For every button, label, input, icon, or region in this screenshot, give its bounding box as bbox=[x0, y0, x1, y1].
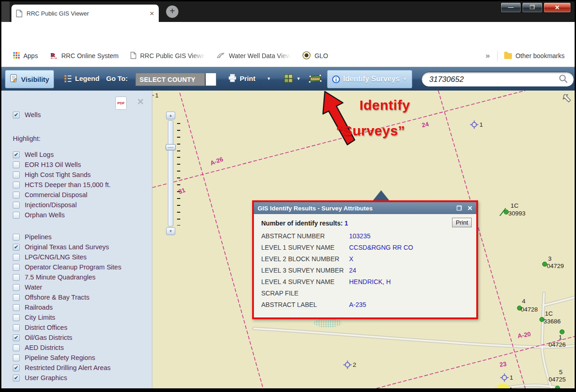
layer-row: HCTS Deeper than 15,000 ft. bbox=[13, 180, 121, 190]
attribute-row: LEVEL 1 SURVEY NAMECCSD&RGNG RR CO bbox=[261, 242, 471, 253]
well-number-label: 1 bbox=[510, 374, 513, 381]
basemap-gallery-icon[interactable] bbox=[284, 74, 293, 85]
well-number-label: 1 bbox=[559, 334, 562, 341]
layer-row: ✔Oil/Gas Districts bbox=[13, 333, 121, 343]
layer-label: 7.5 Minute Quadrangles bbox=[25, 274, 96, 281]
tab-close-icon[interactable]: × bbox=[150, 10, 154, 17]
info-icon: i bbox=[332, 75, 340, 83]
sidebar-section-label: Highlight: bbox=[13, 135, 40, 142]
new-tab-plus: + bbox=[170, 6, 175, 16]
layer-checkbox[interactable] bbox=[13, 284, 20, 291]
dialog-titlebar[interactable]: GIS Identify Results - Survey Attributes… bbox=[254, 202, 476, 214]
map-corner-arrow-icon[interactable] bbox=[563, 93, 573, 105]
layer-checkbox[interactable] bbox=[13, 354, 20, 361]
identify-results-dialog: GIS Identify Results - Survey Attributes… bbox=[252, 200, 478, 319]
layer-checkbox[interactable] bbox=[13, 234, 20, 241]
well-symbol[interactable]: 2 bbox=[343, 360, 352, 371]
window-close-button[interactable]: ✕ bbox=[544, 2, 571, 13]
well-symbol[interactable]: 1 bbox=[152, 91, 154, 102]
layer-checkbox[interactable] bbox=[13, 344, 20, 351]
print-button[interactable]: Print bbox=[240, 75, 255, 82]
window-titlebar: RRC Public GIS Viewer × + — ❐ ✕ bbox=[1, 1, 575, 22]
layer-checkbox[interactable] bbox=[13, 294, 20, 301]
layer-checkbox[interactable]: ✔ bbox=[13, 375, 20, 381]
layer-checkbox[interactable]: ✔ bbox=[13, 334, 20, 341]
zoom-slider-handle[interactable] bbox=[166, 144, 176, 150]
county-select[interactable]: SELECT COUNTY bbox=[135, 73, 205, 86]
svg-text:R: R bbox=[50, 52, 55, 58]
layer-checkbox[interactable] bbox=[13, 324, 20, 331]
legend-button[interactable]: Legend bbox=[75, 75, 99, 82]
window-minimize-button[interactable]: — bbox=[501, 2, 521, 13]
other-bookmarks-label: Other bookmarks bbox=[516, 52, 565, 59]
layer-checkbox[interactable] bbox=[13, 172, 20, 178]
goto-label: Go To: bbox=[106, 75, 128, 82]
result-count: Number of identify results: 1 bbox=[261, 220, 471, 227]
layer-checkbox[interactable] bbox=[13, 202, 20, 209]
bookmark-water-well[interactable]: Water Well Data View bbox=[217, 52, 291, 60]
zoom-in-button[interactable]: ▲ bbox=[166, 112, 175, 119]
well-symbol[interactable]: 1 bbox=[470, 120, 479, 131]
bookmark-glo[interactable]: GLO bbox=[302, 51, 328, 61]
dialog-body: Number of identify results: 1 Print ABST… bbox=[254, 214, 476, 310]
search-box[interactable] bbox=[421, 72, 574, 87]
zoom-slider-track[interactable] bbox=[168, 120, 173, 226]
attribute-row: ABSTRACT LABELA-235 bbox=[261, 299, 471, 310]
dialog-print-button[interactable]: Print bbox=[452, 218, 472, 227]
zoom-slider-ticks bbox=[177, 123, 180, 226]
annotation-text-line1: Identify bbox=[350, 97, 419, 113]
layer-checkbox[interactable] bbox=[13, 212, 20, 219]
bookmark-rrc-gis-viewer[interactable]: RRC Public GIS Viewe bbox=[130, 52, 205, 60]
new-tab-button[interactable]: + bbox=[166, 5, 178, 18]
layer-checkbox[interactable] bbox=[13, 314, 20, 321]
layer-checkbox[interactable] bbox=[13, 182, 20, 188]
legend-list-icon bbox=[64, 74, 72, 85]
visibility-form-icon bbox=[10, 74, 18, 84]
bookmark-rrc-online[interactable]: RR RRC Online System bbox=[50, 52, 118, 60]
other-bookmarks-button[interactable]: Other bookmarks bbox=[504, 52, 565, 59]
attribute-label: ABSTRACT NUMBER bbox=[261, 232, 349, 240]
rrc-logo-icon: RR bbox=[50, 52, 58, 60]
dialog-maximize-icon[interactable]: ❐ bbox=[457, 205, 462, 212]
basemap-dropdown-icon[interactable]: ▼ bbox=[296, 76, 301, 81]
layer-checkbox[interactable] bbox=[13, 264, 20, 271]
measure-tool-icon[interactable] bbox=[309, 75, 322, 85]
layer-checkbox[interactable]: ✔ bbox=[13, 365, 20, 371]
browser-tab[interactable]: RRC Public GIS Viewer × bbox=[11, 5, 159, 22]
layer-checkbox[interactable]: ✔ bbox=[13, 244, 20, 251]
feather-icon bbox=[217, 52, 225, 60]
layer-label: Orphan Wells bbox=[25, 211, 65, 219]
layer-checkbox[interactable] bbox=[13, 192, 20, 199]
layer-checkbox[interactable]: ✔ bbox=[13, 151, 20, 158]
layer-checkbox[interactable] bbox=[13, 254, 20, 261]
well-number-label: 1 bbox=[479, 121, 483, 128]
layer-checkbox[interactable] bbox=[13, 274, 20, 281]
layer-label: Original Texas Land Surveys bbox=[25, 243, 109, 251]
search-icon[interactable] bbox=[558, 74, 568, 86]
bookmark-apps[interactable]: Apps bbox=[13, 52, 38, 60]
county-select-box[interactable] bbox=[205, 73, 216, 86]
layer-checkbox[interactable] bbox=[13, 161, 20, 168]
zoom-out-button[interactable]: ▼ bbox=[166, 227, 175, 235]
annotation-text-line2: “Surveys” bbox=[332, 123, 409, 139]
vegetation-speckles bbox=[313, 318, 342, 328]
identify-surveys-label: Identify Surveys bbox=[343, 75, 400, 83]
layer-label: Water bbox=[25, 284, 42, 291]
layer-row: Railroads bbox=[13, 302, 121, 312]
page-icon bbox=[16, 10, 22, 17]
panel-close-icon[interactable]: × bbox=[137, 96, 144, 107]
visibility-button[interactable]: Visibility bbox=[5, 70, 54, 88]
layer-label: Oil/Gas Districts bbox=[25, 334, 72, 341]
layer-label: Wells bbox=[25, 111, 41, 118]
search-input[interactable] bbox=[429, 75, 553, 84]
window-restore-button[interactable]: ❐ bbox=[522, 2, 543, 13]
identify-surveys-button[interactable]: i Identify Surveys ▼ bbox=[327, 70, 412, 88]
bookmarks-overflow-icon[interactable]: » bbox=[485, 51, 490, 60]
dialog-close-icon[interactable]: ✕ bbox=[467, 204, 473, 212]
well-symbol[interactable]: 1 bbox=[500, 373, 509, 384]
print-dropdown-icon[interactable]: ▼ bbox=[267, 76, 271, 81]
layer-checkbox[interactable]: ✔ bbox=[13, 112, 20, 118]
layer-checkbox[interactable] bbox=[13, 304, 20, 311]
pdf-export-icon[interactable]: PDF bbox=[115, 97, 127, 110]
layer-row: EOR H13 Oil Wells bbox=[13, 160, 121, 170]
